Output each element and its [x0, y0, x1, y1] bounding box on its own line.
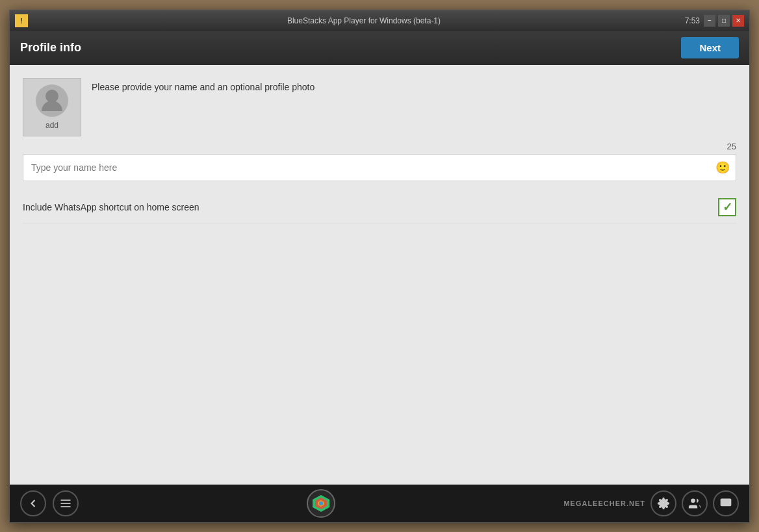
- shortcut-row: Include WhatsApp shortcut on home screen…: [23, 192, 736, 223]
- main-window: ! BlueStacks App Player for Windows (bet…: [9, 10, 750, 523]
- bluestacks-small-icon: !: [15, 14, 28, 27]
- avatar-add-label: add: [45, 121, 58, 130]
- svg-point-6: [319, 501, 323, 505]
- back-button[interactable]: [20, 490, 46, 516]
- avatar-icon: [36, 84, 68, 117]
- svg-rect-0: [61, 500, 71, 501]
- name-input-wrapper: 🙂: [23, 154, 736, 181]
- avatar-upload[interactable]: add: [23, 78, 81, 136]
- name-input[interactable]: [23, 154, 736, 181]
- svg-rect-1: [61, 503, 71, 504]
- bottom-center: [307, 489, 335, 518]
- bluestacks-logo[interactable]: [307, 489, 335, 518]
- bottom-right-area: MEGALEECHER.NET: [563, 490, 739, 516]
- back-icon: [27, 497, 40, 510]
- menu-button[interactable]: [53, 490, 79, 516]
- titlebar: ! BlueStacks App Player for Windows (bet…: [10, 10, 749, 31]
- bottom-left-buttons: [20, 490, 79, 516]
- menu-icon: [59, 497, 72, 510]
- titlebar-time: 7:53: [674, 16, 700, 25]
- page-title: Profile info: [20, 41, 81, 55]
- svg-rect-8: [721, 498, 732, 506]
- maximize-button[interactable]: □: [718, 15, 730, 27]
- shortcut-checkbox[interactable]: ✓: [718, 198, 736, 216]
- shortcut-label: Include WhatsApp shortcut on home screen: [23, 202, 199, 212]
- svg-point-7: [691, 498, 695, 503]
- bottom-right-buttons: [650, 490, 739, 516]
- screen-icon: [719, 497, 732, 510]
- profile-section: add Please provide your name and an opti…: [23, 78, 736, 136]
- svg-rect-2: [61, 506, 71, 507]
- close-button[interactable]: ✕: [732, 15, 744, 27]
- settings-icon: [657, 497, 670, 510]
- titlebar-left: !: [15, 14, 54, 27]
- headerbar: Profile info Next: [10, 31, 749, 65]
- watermark: MEGALEECHER.NET: [563, 500, 645, 507]
- contacts-icon: [688, 497, 701, 510]
- titlebar-controls: − □ ✕: [704, 15, 744, 27]
- char-count: 25: [23, 142, 736, 151]
- bottombar: MEGALEECHER.NET: [10, 485, 749, 522]
- screen-button[interactable]: [713, 490, 739, 516]
- emoji-icon[interactable]: 🙂: [715, 160, 730, 175]
- main-content: add Please provide your name and an opti…: [10, 65, 749, 485]
- avatar-body: [42, 101, 62, 111]
- profile-description: Please provide your name and an optional…: [92, 78, 315, 92]
- window-title: BlueStacks App Player for Windows (beta-…: [54, 16, 674, 25]
- bluestacks-logo-icon: [311, 494, 331, 513]
- settings-button[interactable]: [650, 490, 676, 516]
- minimize-button[interactable]: −: [704, 15, 715, 27]
- checkmark-icon: ✓: [723, 201, 732, 213]
- next-button[interactable]: Next: [681, 37, 739, 58]
- contacts-button[interactable]: [682, 490, 708, 516]
